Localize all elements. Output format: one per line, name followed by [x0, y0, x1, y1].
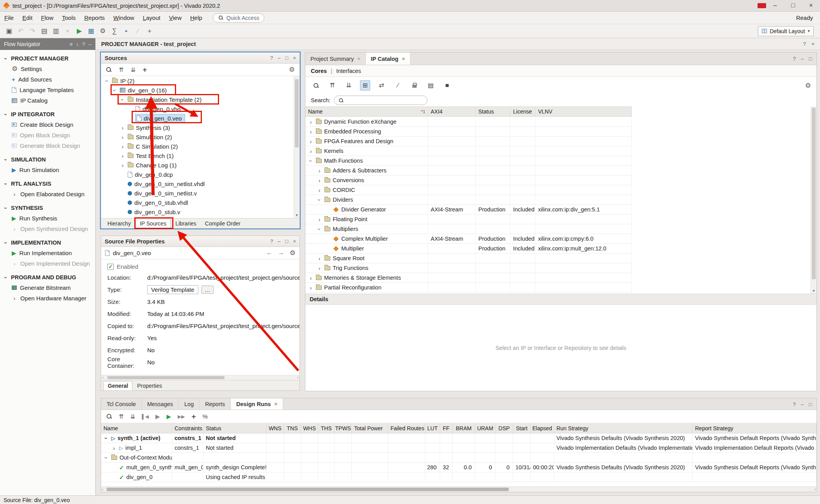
flownav-item-settings[interactable]: ⚙ Settings	[0, 64, 95, 74]
launch-runs-icon[interactable]: ▶	[166, 413, 171, 419]
catalog-row-partial-reconfiguration[interactable]: › Partial Reconfiguration	[305, 283, 632, 293]
chevron-collapsed-icon[interactable]: ›	[308, 119, 314, 125]
flownav-item-generate-block-design[interactable]: Generate Block Design	[0, 140, 95, 151]
runs-column-constraints[interactable]: Constraints	[172, 423, 203, 433]
column-header-vlnv[interactable]: VLNV	[535, 107, 632, 116]
flownav-item-open-synthesized-design[interactable]: › Open Synthesized Design	[0, 224, 95, 234]
menu-icon[interactable]: ≡	[70, 42, 73, 47]
undo-icon[interactable]: ↶	[16, 26, 26, 36]
probe-icon[interactable]: +	[144, 26, 155, 36]
create-run-icon[interactable]: +	[191, 413, 196, 420]
flownav-section-header-implementation[interactable]: › IMPLEMENTATION	[0, 238, 95, 248]
column-header-license[interactable]: License	[510, 107, 535, 116]
close-icon[interactable]: ×	[357, 56, 360, 62]
flownav-item-add-sources[interactable]: + Add Sources	[0, 74, 95, 85]
chevron-expanded-icon[interactable]: ›	[317, 197, 323, 202]
source-tree-item-test-bench-1[interactable]: ›Test Bench (1)	[101, 151, 294, 160]
customize-ip-icon[interactable]: ∕	[393, 80, 403, 91]
quick-access-search[interactable]: Quick Access	[213, 13, 264, 23]
bottom-tab-messages[interactable]: Messages	[142, 398, 179, 410]
catalog-row-cordic[interactable]: › CORDIC	[305, 185, 632, 195]
catalog-row-kernels[interactable]: › Kernels	[305, 146, 632, 156]
design-run-row-mult-gen-0-synth-1[interactable]: ›✓ mult_gen_0_synth_1mult_gen_0synth_des…	[101, 463, 816, 472]
fast-forward-icon[interactable]: ▶▶	[178, 414, 185, 419]
horizontal-scrollbar[interactable]: ‹ ›	[101, 375, 299, 380]
menu-view[interactable]: View	[165, 14, 186, 21]
save-icon[interactable]: ▣	[4, 26, 14, 36]
runs-column-ff[interactable]: FF	[440, 423, 453, 433]
close-button[interactable]: ×	[802, 0, 820, 12]
layout-selector[interactable]: Default Layout ▾	[758, 26, 814, 36]
settings-gear-icon[interactable]: ⚙	[805, 82, 811, 89]
catalog-row-dynamic-function-exchange[interactable]: › Dynamic Function eXchange	[305, 117, 632, 127]
bottom-tab-tcl-console[interactable]: Tcl Console	[101, 398, 142, 410]
runs-column-name[interactable]: Name	[101, 423, 172, 433]
design-run-row-synth-1-active[interactable]: ›▷ synth_1 (active)constrs_1Not startedV…	[101, 433, 816, 443]
flownav-item-open-block-design[interactable]: Open Block Design	[0, 130, 95, 140]
sources-tab-hierarchy[interactable]: Hierarchy	[103, 219, 135, 228]
group-by-category-icon[interactable]: ⊞	[360, 80, 370, 91]
minimize-panel-icon[interactable]: –	[89, 42, 91, 47]
reset-runs-icon[interactable]: ▌◀	[142, 414, 149, 419]
catalog-row-dividers[interactable]: › Dividers	[305, 195, 632, 205]
scroll-right-icon[interactable]: ›	[815, 487, 816, 492]
scroll-left-icon[interactable]: ‹	[102, 487, 103, 492]
design-run-row-impl-1[interactable]: ›▷ impl_1constrs_1Not startedVivado Impl…	[101, 443, 816, 453]
flownav-item-open-implemented-design[interactable]: › Open Implemented Design	[0, 258, 95, 269]
catalog-row-fpga-features-and-design[interactable]: › FPGA Features and Design	[305, 137, 632, 146]
repository-icon[interactable]: ▤	[426, 80, 436, 91]
source-tree-item-div-gen-0-veo[interactable]: ›div_gen_0.veo	[101, 114, 294, 123]
source-tree-item-div-gen-0-stub-vhdl[interactable]: ›div_gen_0_stub.vhdl	[101, 198, 294, 207]
collapse-all-icon[interactable]: ⇈	[327, 80, 337, 91]
run-icon[interactable]: ▶	[74, 26, 84, 36]
settings-gear-icon[interactable]: ⚙	[289, 66, 295, 73]
flownav-section-header-rtl-analysis[interactable]: › RTL ANALYSIS	[0, 179, 95, 189]
chevron-collapsed-icon[interactable]: ›	[308, 148, 314, 154]
menu-edit[interactable]: Edit	[18, 14, 37, 21]
source-tree-item-c-simulation-2[interactable]: ›C Simulation (2)	[101, 142, 294, 151]
help-icon[interactable]: ?	[82, 42, 85, 47]
chevron-expanded-icon[interactable]: ›	[308, 158, 314, 163]
runs-column-tns[interactable]: TNS	[284, 423, 301, 433]
close-icon[interactable]: ×	[402, 56, 405, 62]
runs-column-failed-routes[interactable]: Failed Routes	[388, 423, 425, 433]
help-icon[interactable]: ?	[793, 56, 796, 61]
delete-icon[interactable]: ×	[62, 26, 73, 36]
menu-tools[interactable]: Tools	[58, 14, 80, 21]
chevron-collapsed-icon[interactable]: ›	[12, 191, 17, 197]
flownav-item-language-templates[interactable]: Language Templates	[0, 85, 95, 95]
settings-gear-icon[interactable]: ⚙	[98, 26, 108, 36]
collapse-all-icon[interactable]: ⇈	[119, 413, 124, 419]
enabled-checkbox[interactable]: ✓	[107, 264, 114, 270]
source-tree-item-instantiation-template-2[interactable]: ›Instantiation Template (2)	[101, 95, 294, 104]
subtab-interfaces[interactable]: Interfaces	[336, 68, 361, 74]
column-header-name[interactable]: Name^1	[305, 107, 428, 116]
flownav-section-header-synthesis[interactable]: › SYNTHESIS	[0, 203, 95, 213]
settings-gear-icon[interactable]: ⚙	[290, 250, 296, 256]
menu-help[interactable]: Help	[186, 14, 207, 21]
source-tree-item-div-gen-0-stub-v[interactable]: ›div_gen_0_stub.v	[101, 207, 294, 217]
flownav-item-ip-catalog[interactable]: IP Catalog	[0, 95, 95, 106]
runs-column-total-power[interactable]: Total Power	[352, 423, 388, 433]
catalog-row-divider-generator[interactable]: › Divider Generator AXI4-Stream Producti…	[305, 205, 632, 215]
chevron-collapsed-icon[interactable]: ›	[317, 217, 322, 222]
ellipsis-button[interactable]: …	[201, 286, 214, 294]
minimize-icon[interactable]: –	[801, 402, 804, 407]
scroll-right-icon[interactable]: ›	[297, 375, 298, 380]
menu-window[interactable]: Window	[109, 14, 138, 21]
expand-all-icon[interactable]: ⇊	[131, 67, 136, 73]
catalog-row-multipliers[interactable]: › Multipliers	[305, 224, 632, 234]
properties-tab-general[interactable]: General	[103, 381, 132, 390]
flownav-item-open-hardware-manager[interactable]: › Open Hardware Manager	[0, 293, 95, 303]
chevron-collapsed-icon[interactable]: ›	[308, 129, 314, 135]
help-icon[interactable]: ?	[803, 41, 806, 47]
chevron-collapsed-icon[interactable]: ›	[308, 138, 314, 144]
chevron-expanded-icon[interactable]: ›	[317, 226, 323, 232]
scrollbar-thumb[interactable]	[812, 108, 816, 279]
source-tree-item-synthesis-3[interactable]: ›Synthesis (3)	[101, 123, 294, 132]
scroll-down-icon[interactable]: ▾	[294, 213, 299, 218]
edit-icon[interactable]: ∕	[133, 26, 143, 36]
vertical-scrollbar[interactable]: ▾	[294, 76, 299, 218]
chevron-collapsed-icon[interactable]: ›	[12, 261, 17, 266]
runs-column-whs[interactable]: WHS	[301, 423, 318, 433]
